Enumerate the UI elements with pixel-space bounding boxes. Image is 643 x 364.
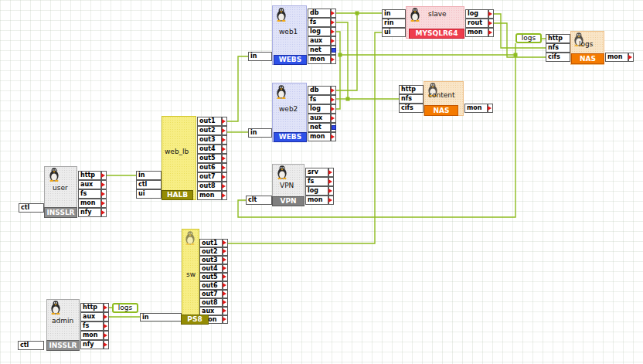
- port-slave-mon[interactable]: mon: [465, 28, 488, 37]
- port-sw-out3[interactable]: out3: [199, 256, 223, 264]
- port-glyph-cell-sw-out4[interactable]: [223, 264, 228, 273]
- port-web1-fs[interactable]: fs: [308, 18, 331, 27]
- port-glyph-cell-admin-aux[interactable]: [104, 312, 109, 321]
- port-web1-in[interactable]: in: [248, 52, 272, 61]
- port-sw-out2[interactable]: out2: [199, 247, 223, 256]
- port-glyph-cell-user-nfy[interactable]: [101, 208, 107, 217]
- port-user-mon[interactable]: mon: [78, 199, 101, 208]
- port-web_lb-mon[interactable]: mon: [197, 191, 222, 200]
- port-glyph-cell-content-mon[interactable]: [488, 104, 493, 113]
- port-admin-mon[interactable]: mon: [80, 331, 104, 340]
- port-sw-in[interactable]: in: [140, 313, 182, 321]
- port-web2-fs[interactable]: fs: [308, 95, 331, 104]
- port-glyph-cell-web_lb-out8[interactable]: [222, 182, 227, 191]
- port-glyph-cell-user-fs[interactable]: [101, 189, 107, 199]
- port-admin-http[interactable]: http: [80, 303, 104, 312]
- port-glyph-cell-web1-aux[interactable]: [331, 36, 336, 46]
- port-glyph-cell-sw-out6[interactable]: [223, 281, 228, 290]
- port-slave-rout[interactable]: rout: [465, 19, 488, 28]
- port-glyph-cell-user-aux[interactable]: [101, 180, 107, 189]
- port-web_lb-out7[interactable]: out7: [197, 172, 222, 182]
- port-user-nfy[interactable]: nfy: [78, 208, 101, 217]
- port-vpn-srv[interactable]: srv: [305, 168, 328, 177]
- port-glyph-cell-web_lb-out5[interactable]: [222, 154, 227, 163]
- port-glyph-cell-vpn-log[interactable]: [328, 186, 334, 196]
- port-glyph-cell-vpn-srv[interactable]: [328, 168, 334, 177]
- port-web_lb-ctl[interactable]: ctl: [136, 180, 162, 189]
- port-glyph-cell-logs-mon[interactable]: [628, 53, 634, 62]
- port-glyph-cell-web2-aux[interactable]: [331, 114, 336, 123]
- port-glyph-cell-user-http[interactable]: [101, 171, 107, 180]
- port-admin-aux[interactable]: aux: [80, 312, 104, 321]
- lan-logs-bottom[interactable]: logs: [112, 303, 138, 313]
- port-vpn-clt[interactable]: clt: [246, 196, 272, 205]
- port-sw-out8[interactable]: out8: [199, 298, 223, 307]
- port-glyph-cell-slave-rout[interactable]: [488, 19, 494, 28]
- port-content-mon[interactable]: mon: [464, 104, 488, 113]
- port-glyph-cell-sw-out3[interactable]: [223, 256, 228, 264]
- port-glyph-cell-sw-out1[interactable]: [223, 239, 228, 247]
- port-user-aux[interactable]: aux: [78, 180, 101, 189]
- port-glyph-cell-user-mon[interactable]: [101, 199, 107, 208]
- port-glyph-cell-slave-log[interactable]: [488, 9, 494, 19]
- port-glyph-cell-web1-mon[interactable]: [331, 55, 336, 64]
- port-slave-in[interactable]: in: [382, 9, 406, 19]
- port-glyph-cell-vpn-fs[interactable]: [328, 177, 334, 186]
- port-web1-log[interactable]: log: [308, 27, 331, 36]
- port-web_lb-out6[interactable]: out6: [197, 163, 222, 172]
- port-user-ctl[interactable]: ctl: [19, 203, 44, 213]
- port-vpn-log[interactable]: log: [305, 186, 328, 196]
- port-glyph-cell-web_lb-mon[interactable]: [222, 191, 227, 200]
- port-glyph-cell-web2-fs[interactable]: [331, 95, 336, 104]
- port-vpn-mon[interactable]: mon: [305, 196, 328, 205]
- port-slave-ui[interactable]: ui: [382, 28, 406, 37]
- port-web1-aux[interactable]: aux: [308, 36, 331, 46]
- port-sw-out6[interactable]: out6: [199, 281, 223, 290]
- port-glyph-cell-sw-out8[interactable]: [223, 298, 228, 307]
- port-glyph-cell-web_lb-out1[interactable]: [222, 117, 227, 126]
- port-glyph-cell-web2-net[interactable]: [331, 123, 336, 132]
- port-sw-out1[interactable]: out1: [199, 239, 223, 247]
- port-slave-rin[interactable]: rin: [382, 19, 406, 28]
- port-web_lb-in[interactable]: in: [136, 171, 162, 180]
- port-glyph-cell-vpn-mon[interactable]: [328, 196, 334, 205]
- port-glyph-cell-web2-mon[interactable]: [331, 132, 336, 141]
- port-sw-out5[interactable]: out5: [199, 273, 223, 281]
- port-glyph-cell-admin-fs[interactable]: [104, 321, 109, 331]
- port-glyph-cell-sw-aux[interactable]: [223, 307, 228, 315]
- port-user-fs[interactable]: fs: [78, 189, 101, 199]
- node-web_lb[interactable]: [162, 116, 196, 200]
- port-web2-db[interactable]: db: [308, 86, 331, 95]
- port-web_lb-out1[interactable]: out1: [197, 117, 222, 126]
- port-logs-mon[interactable]: mon: [605, 53, 628, 62]
- port-web_lb-out2[interactable]: out2: [197, 126, 222, 135]
- port-web2-aux[interactable]: aux: [308, 114, 331, 123]
- port-admin-ctl[interactable]: ctl: [18, 341, 44, 350]
- port-web_lb-out3[interactable]: out3: [197, 135, 222, 145]
- port-glyph-cell-web_lb-out7[interactable]: [222, 172, 227, 182]
- port-content-nfs[interactable]: nfs: [399, 94, 424, 104]
- port-glyph-cell-admin-http[interactable]: [104, 303, 109, 312]
- port-logs-cifs[interactable]: cifs: [546, 53, 570, 62]
- port-web_lb-ui[interactable]: ui: [136, 189, 162, 199]
- port-content-cifs[interactable]: cifs: [399, 104, 424, 113]
- port-glyph-cell-web1-log[interactable]: [331, 27, 336, 36]
- port-web1-mon[interactable]: mon: [308, 55, 331, 64]
- port-glyph-cell-web_lb-out4[interactable]: [222, 145, 227, 154]
- port-web1-db[interactable]: db: [308, 9, 331, 18]
- port-glyph-cell-web_lb-out2[interactable]: [222, 126, 227, 135]
- port-logs-nfs[interactable]: nfs: [546, 43, 570, 53]
- port-glyph-cell-sw-out2[interactable]: [223, 247, 228, 256]
- port-sw-out4[interactable]: out4: [199, 264, 223, 273]
- port-glyph-cell-admin-nfy[interactable]: [104, 340, 109, 349]
- port-glyph-cell-web2-db[interactable]: [331, 86, 336, 95]
- port-glyph-cell-sw-out7[interactable]: [223, 290, 228, 298]
- port-web2-mon[interactable]: mon: [308, 132, 331, 141]
- port-slave-log[interactable]: log: [465, 9, 488, 19]
- lan-logs-top[interactable]: logs: [515, 33, 542, 43]
- port-glyph-cell-web1-net[interactable]: [331, 46, 336, 55]
- port-admin-fs[interactable]: fs: [80, 321, 104, 331]
- port-user-http[interactable]: http: [78, 171, 101, 180]
- port-sw-out7[interactable]: out7: [199, 290, 223, 298]
- port-glyph-cell-web1-fs[interactable]: [331, 18, 336, 27]
